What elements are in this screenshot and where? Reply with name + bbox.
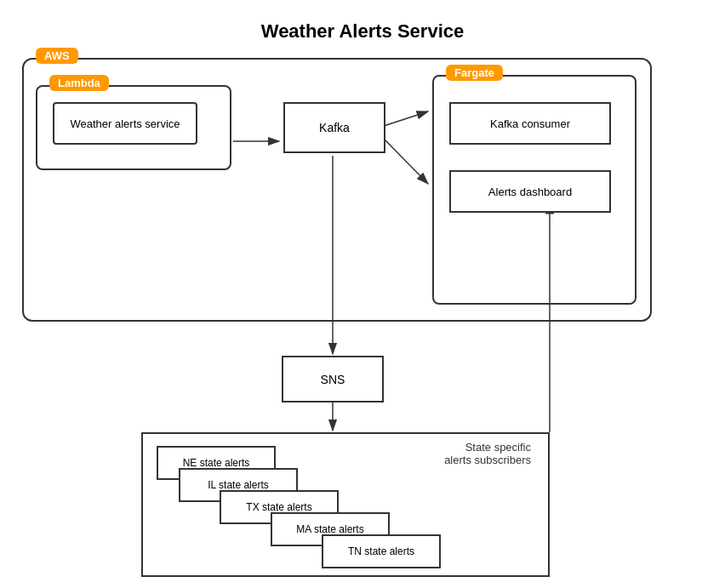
fargate-badge: Fargate [446, 65, 503, 81]
alerts-dashboard-label: Alerts dashboard [488, 186, 572, 198]
tn-state-label: TN state alerts [348, 545, 414, 557]
state-subscribers-label: State specificalerts subscribers [444, 441, 531, 466]
tn-state-box: TN state alerts [322, 534, 441, 568]
alerts-dashboard-box: Alerts dashboard [449, 170, 611, 213]
weather-alerts-label: Weather alerts service [70, 117, 180, 130]
kafka-consumer-label: Kafka consumer [490, 117, 570, 130]
aws-outer-box: AWS Lambda Weather alerts service Kafka … [22, 58, 652, 322]
sns-label: SNS [321, 373, 345, 386]
state-subscribers-box: State specificalerts subscribers NE stat… [141, 432, 550, 577]
page-title: Weather Alerts Service [261, 20, 464, 43]
ma-state-label: MA state alerts [296, 523, 363, 535]
kafka-box: Kafka [283, 102, 385, 153]
il-state-label: IL state alerts [208, 479, 269, 491]
fargate-box: Fargate Kafka consumer Alerts dashboard [432, 75, 637, 305]
tx-state-label: TX state alerts [246, 501, 311, 513]
aws-badge: AWS [36, 48, 78, 64]
sns-box: SNS [282, 356, 384, 402]
weather-alerts-box: Weather alerts service [53, 102, 197, 145]
kafka-label: Kafka [319, 121, 350, 134]
diagram-area: AWS Lambda Weather alerts service Kafka … [22, 58, 703, 577]
lambda-badge: Lambda [49, 75, 109, 91]
kafka-consumer-box: Kafka consumer [449, 102, 611, 145]
lambda-box: Lambda Weather alerts service [36, 85, 231, 170]
ne-state-label: NE state alerts [183, 457, 250, 469]
